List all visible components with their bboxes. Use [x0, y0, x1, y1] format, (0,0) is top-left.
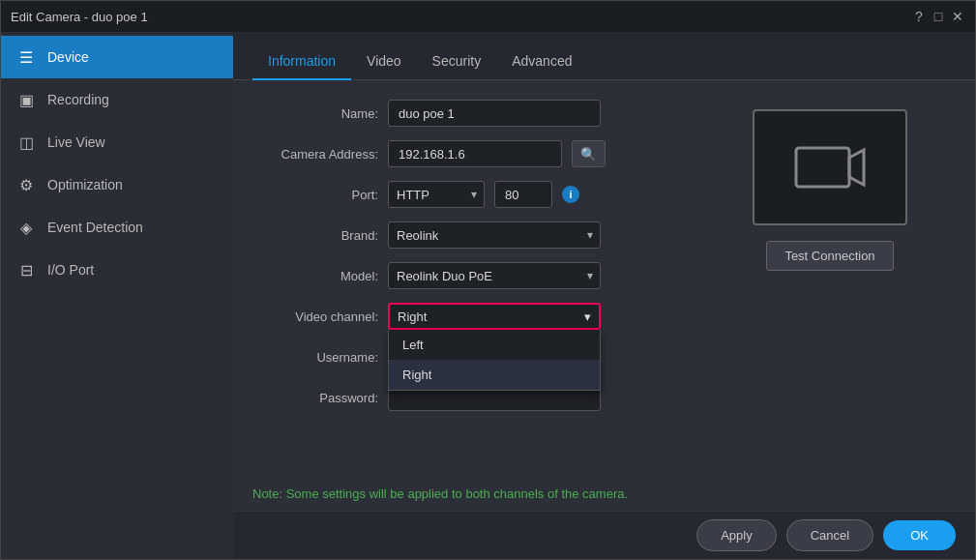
video-channel-row: Video channel: Right ▾ Left Right	[252, 303, 685, 330]
protocol-select-wrapper: HTTP HTTPS RTSP	[388, 181, 485, 208]
port-label: Port:	[252, 188, 378, 202]
search-button[interactable]: 🔍	[572, 140, 606, 167]
sidebar-item-device[interactable]: ☰ Device	[1, 36, 233, 78]
note-text: Note: Some settings will be applied to b…	[252, 486, 628, 501]
ok-button[interactable]: OK	[883, 520, 956, 550]
event-detection-icon: ◈	[16, 218, 36, 237]
model-label: Model:	[252, 269, 378, 283]
close-button[interactable]: ✕	[950, 9, 965, 24]
port-row: Port: HTTP HTTPS RTSP i	[252, 181, 685, 208]
dropdown-item-right[interactable]: Right	[389, 360, 600, 390]
recording-icon: ▣	[16, 90, 36, 109]
note-area: Note: Some settings will be applied to b…	[233, 477, 975, 511]
test-connection-button[interactable]: Test Connection	[766, 241, 893, 271]
sidebar-item-io-port[interactable]: ⊟ I/O Port	[1, 249, 233, 291]
brand-row: Brand: Reolink	[252, 221, 685, 249]
title-bar-controls: ? □ ✕	[911, 9, 965, 24]
video-channel-wrapper: Right ▾ Left Right	[388, 303, 601, 330]
sidebar-label-optimization: Optimization	[47, 177, 123, 192]
video-channel-label: Video channel:	[252, 309, 378, 324]
model-select[interactable]: Reolink Duo PoE	[388, 262, 601, 289]
io-port-icon: ⊟	[16, 260, 36, 280]
model-row: Model: Reolink Duo PoE	[252, 262, 685, 289]
footer: Apply Cancel OK	[233, 511, 975, 559]
device-icon: ☰	[16, 47, 36, 67]
help-button[interactable]: ?	[911, 9, 927, 24]
username-label: Username:	[252, 350, 378, 365]
apply-button[interactable]: Apply	[696, 519, 777, 551]
tab-security[interactable]: Security	[417, 44, 497, 80]
svg-rect-0	[796, 148, 849, 187]
video-channel-chevron-icon: ▾	[584, 309, 591, 324]
edit-camera-window: Edit Camera - duo poe 1 ? □ ✕ ☰ Device ▣…	[0, 0, 976, 560]
search-icon: 🔍	[580, 147, 597, 162]
form-area: Name: Camera Address: 🔍 Port:	[233, 80, 975, 477]
sidebar-label-live-view: Live View	[47, 134, 105, 150]
title-bar: Edit Camera - duo poe 1 ? □ ✕	[1, 1, 975, 32]
sidebar-item-recording[interactable]: ▣ Recording	[1, 78, 233, 121]
video-channel-dropdown: Left Right	[388, 330, 601, 391]
camera-address-row: Camera Address: 🔍	[252, 140, 685, 167]
tab-bar: Information Video Security Advanced	[233, 32, 975, 80]
sidebar-label-recording: Recording	[47, 92, 109, 107]
form-left: Name: Camera Address: 🔍 Port:	[252, 100, 685, 457]
name-row: Name:	[252, 100, 685, 127]
svg-marker-1	[849, 150, 864, 185]
cancel-button[interactable]: Cancel	[786, 519, 873, 551]
camera-svg-icon	[791, 138, 869, 196]
camera-preview	[753, 109, 907, 225]
sidebar-label-io-port: I/O Port	[47, 262, 94, 278]
dropdown-item-left[interactable]: Left	[389, 330, 600, 360]
camera-address-label: Camera Address:	[252, 147, 378, 162]
video-channel-value: Right	[398, 309, 427, 324]
main-panel: Information Video Security Advanced Name…	[233, 32, 975, 559]
sidebar-label-device: Device	[47, 49, 89, 65]
video-channel-select-button[interactable]: Right ▾	[388, 303, 601, 330]
sidebar-item-optimization[interactable]: ⚙ Optimization	[1, 163, 233, 206]
sidebar-label-event-detection: Event Detection	[47, 220, 143, 235]
brand-label: Brand:	[252, 228, 378, 243]
sidebar-item-event-detection[interactable]: ◈ Event Detection	[1, 206, 233, 249]
camera-address-input[interactable]	[388, 140, 562, 167]
form-right: Test Connection	[704, 100, 956, 457]
sidebar-item-live-view[interactable]: ◫ Live View	[1, 121, 233, 163]
protocol-select[interactable]: HTTP HTTPS RTSP	[388, 181, 485, 208]
minimize-button[interactable]: □	[931, 9, 946, 24]
window-title: Edit Camera - duo poe 1	[11, 10, 148, 24]
model-select-wrapper: Reolink Duo PoE	[388, 262, 601, 289]
tab-video[interactable]: Video	[351, 44, 417, 80]
port-number-input[interactable]	[494, 181, 552, 208]
info-icon[interactable]: i	[562, 186, 579, 203]
sidebar: ☰ Device ▣ Recording ◫ Live View ⚙ Optim…	[1, 32, 233, 559]
live-view-icon: ◫	[16, 133, 36, 152]
tab-advanced[interactable]: Advanced	[496, 44, 587, 80]
content-area: ☰ Device ▣ Recording ◫ Live View ⚙ Optim…	[1, 32, 975, 559]
password-label: Password:	[252, 391, 378, 405]
name-label: Name:	[252, 106, 378, 121]
name-input[interactable]	[388, 100, 601, 127]
brand-select-wrapper: Reolink	[388, 221, 601, 249]
brand-select[interactable]: Reolink	[388, 221, 601, 249]
optimization-icon: ⚙	[16, 175, 36, 194]
tab-information[interactable]: Information	[252, 44, 351, 80]
